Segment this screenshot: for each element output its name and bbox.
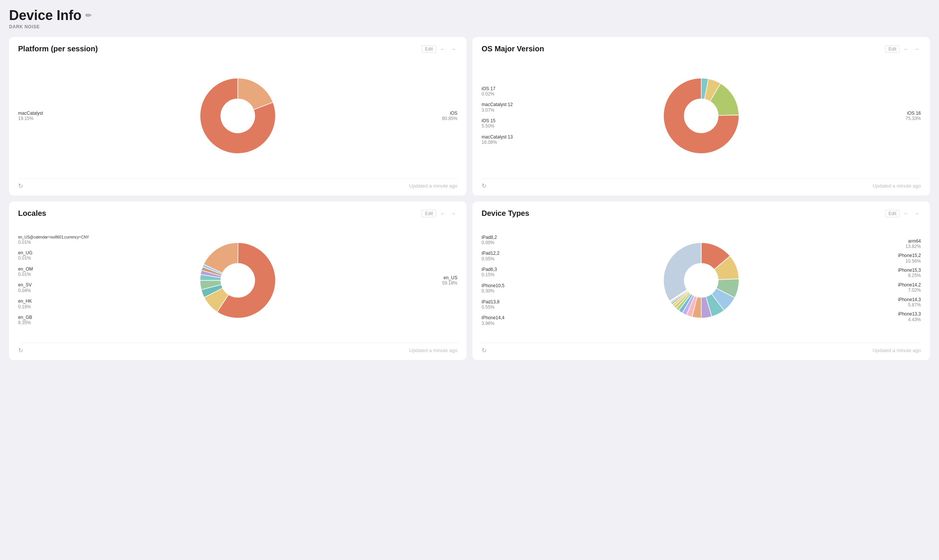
legend-label: en_US@calendar=iso8601;currency=CNY (18, 235, 89, 239)
legend-value: 0.05% (482, 256, 505, 261)
legend-label: en_SV (18, 282, 89, 288)
card-title: Platform (per session) (18, 45, 98, 53)
next-button[interactable]: → (913, 45, 921, 53)
legend-item: iPhone14,2 7.02% (898, 282, 921, 293)
legend-label: iPhone14,2 (898, 282, 921, 288)
prev-button[interactable]: ← (439, 45, 447, 53)
card-controls: Edit ← → (422, 210, 457, 217)
card-title: OS Major Version (482, 45, 544, 53)
legend-item: en_UG 0.01% (18, 250, 89, 261)
card-body: iOS 17 0.02% macCatalyst 12 3.07% iOS 15… (482, 58, 921, 174)
legend-label: iPhone15,3 (898, 268, 921, 273)
legend-item: en_HK 0.18% (18, 298, 89, 309)
legend-value: 8.25% (898, 273, 921, 278)
card-footer: ↻ Updated a minute ago (482, 343, 921, 354)
edit-button[interactable]: Edit (422, 45, 436, 53)
legend-item: arm64 13.82% (898, 238, 921, 249)
page-subtitle: DARK NOISE (9, 24, 930, 29)
edit-pencil-icon[interactable]: ✏ (85, 11, 92, 20)
card-controls: Edit ← → (885, 45, 921, 53)
prev-button[interactable]: ← (439, 210, 447, 217)
legend-label: iPhone15,2 (898, 253, 921, 258)
legend-label: iPhone14,3 (898, 297, 921, 302)
donut-area: macCatalyst 19.15% iOS 80.85% (18, 59, 457, 172)
legend-value: 4.43% (898, 317, 921, 322)
card-header: Platform (per session) Edit ← → (18, 45, 457, 53)
card-controls: Edit ← → (885, 210, 921, 217)
card-body: macCatalyst 19.15% iOS 80.85% (18, 58, 457, 174)
edit-button[interactable]: Edit (422, 210, 436, 217)
legend-value: 0.30% (482, 288, 505, 294)
legend-label: macCatalyst (18, 110, 43, 115)
card-footer: ↻ Updated a minute ago (482, 178, 921, 189)
legend-value: 0.01% (18, 272, 89, 277)
legend-value: 8.35% (18, 320, 89, 325)
legend-label: arm64 (898, 238, 921, 243)
legend-label: macCatalyst 13 (482, 134, 513, 140)
prev-button[interactable]: ← (902, 210, 910, 217)
next-button[interactable]: → (449, 210, 457, 217)
edit-button[interactable]: Edit (885, 210, 900, 217)
refresh-icon[interactable]: ↻ (18, 347, 23, 354)
refresh-icon[interactable]: ↻ (18, 182, 23, 189)
legend-value: 13.82% (898, 244, 921, 249)
card-locales: Locales Edit ← → en_US@calendar=iso8601;… (9, 202, 466, 360)
donut-chart (618, 59, 784, 172)
donut-area: en_US@calendar=iso8601;currency=CNY 0.01… (18, 224, 457, 337)
legend-label: iPad12,2 (482, 251, 505, 256)
prev-button[interactable]: ← (902, 45, 910, 53)
donut-area: iOS 17 0.02% macCatalyst 12 3.07% iOS 15… (482, 59, 921, 172)
updated-text: Updated a minute ago (409, 348, 457, 353)
legend-value: 7.02% (898, 288, 921, 293)
card-header: OS Major Version Edit ← → (482, 45, 921, 53)
legend-value: 10.56% (898, 258, 921, 263)
card-os-major: OS Major Version Edit ← → iOS 17 0.02% m… (473, 37, 930, 195)
legend-item: iOS 16 75.33% (905, 110, 921, 121)
legend-label: en_OM (18, 266, 89, 272)
next-button[interactable]: → (449, 45, 457, 53)
legend-label: en_US (442, 275, 457, 280)
legend-value: 0.02% (482, 91, 513, 97)
legend-label: iOS (442, 110, 457, 115)
legend-label: en_UG (18, 250, 89, 255)
legend-value: 0.01% (18, 239, 89, 245)
legend-value: 5.87% (898, 302, 921, 308)
legend-right: en_US 59.18% (442, 275, 457, 286)
legend-item: iOS 15 5.50% (482, 118, 513, 129)
card-header: Locales Edit ← → (18, 209, 457, 218)
refresh-icon[interactable]: ↻ (482, 182, 486, 189)
legend-label: en_GB (18, 315, 89, 320)
page-header: Device Info ✏ DARK NOISE (9, 8, 930, 29)
card-device-types: Device Types Edit ← → iPad8,2 0.00% iPad… (473, 202, 930, 360)
refresh-icon[interactable]: ↻ (482, 347, 486, 354)
legend-value: 16.08% (482, 140, 513, 145)
edit-button[interactable]: Edit (885, 45, 900, 53)
legend-label: iOS 16 (905, 110, 921, 115)
legend-item: en_SV 0.04% (18, 282, 89, 293)
donut-chart (155, 224, 321, 337)
legend-value: 0.55% (482, 305, 505, 310)
legend-left: macCatalyst 19.15% (18, 110, 43, 121)
legend-value: 0.00% (482, 240, 505, 245)
legend-item: macCatalyst 12 3.07% (482, 102, 513, 113)
card-controls: Edit ← → (422, 45, 457, 53)
title-text: Device Info (9, 8, 82, 23)
legend-label: iOS 15 (482, 118, 513, 124)
legend-item: iPhone14,3 5.87% (898, 297, 921, 308)
legend-item: iPhone13,3 4.43% (898, 311, 921, 322)
legend-item: iPad8,2 0.00% (482, 234, 505, 245)
next-button[interactable]: → (913, 210, 921, 217)
legend-item: iPad12,2 0.05% (482, 251, 505, 262)
legend-label: iPhone10,5 (482, 283, 505, 288)
legend-item: iOS 80.85% (442, 110, 457, 121)
card-footer: ↻ Updated a minute ago (18, 343, 457, 354)
legend-label: en_HK (18, 298, 89, 304)
legend-label: iPhone13,3 (898, 311, 921, 317)
legend-right: arm64 13.82% iPhone15,2 10.56% iPhone15,… (898, 238, 921, 322)
updated-text: Updated a minute ago (409, 183, 457, 189)
legend-value: 80.85% (442, 116, 457, 121)
card-title: Locales (18, 209, 46, 218)
legend-value: 0.18% (18, 304, 89, 309)
legend-right: iOS 80.85% (442, 110, 457, 121)
legend-value: 5.50% (482, 124, 513, 129)
